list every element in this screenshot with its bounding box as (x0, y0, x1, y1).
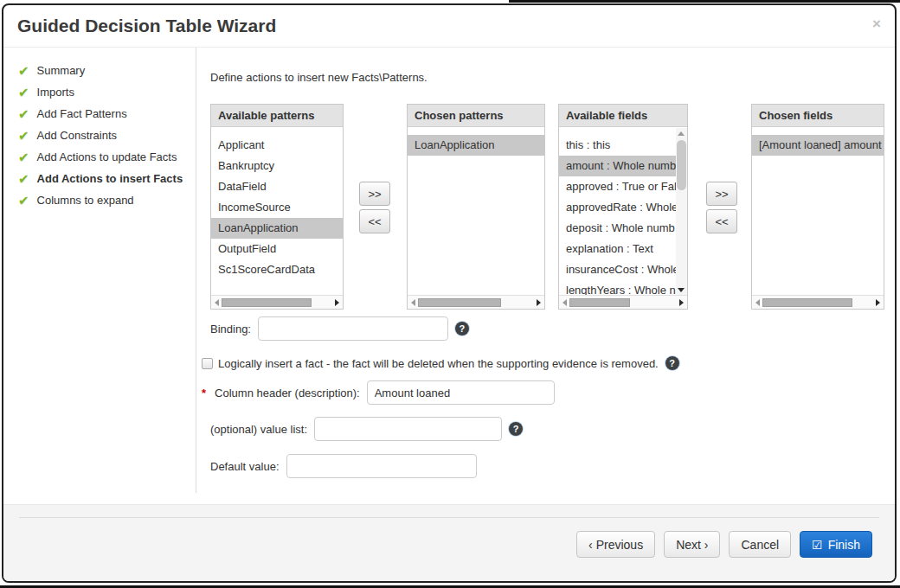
horizontal-scrollbar[interactable] (211, 295, 343, 309)
wizard-step[interactable]: ✔Add Fact Patterns (18, 103, 196, 125)
list-item[interactable]: [Amount loaned] amount (752, 135, 884, 156)
column-header-row: * Column header (description): (202, 380, 555, 405)
cancel-button[interactable]: Cancel (729, 531, 791, 558)
logical-insert-checkbox[interactable] (202, 358, 213, 369)
help-icon[interactable]: ? (455, 322, 469, 336)
available-fields-header: Available fields (559, 105, 687, 127)
remove-field-button[interactable]: << (706, 209, 737, 233)
scroll-right-icon[interactable] (537, 299, 541, 306)
check-icon: ✔ (18, 106, 29, 122)
help-icon[interactable]: ? (665, 356, 679, 370)
check-icon: ✔ (18, 150, 29, 165)
add-pattern-button[interactable]: >> (359, 182, 390, 206)
check-icon: ✔ (18, 171, 29, 187)
binding-input[interactable] (258, 316, 448, 341)
previous-button[interactable]: ‹ Previous (576, 531, 655, 558)
wizard-step-label: Add Constraints (37, 129, 118, 142)
available-fields-panel: Available fields this : thisamount : Who… (558, 104, 688, 310)
column-header-input[interactable] (367, 380, 555, 405)
wizard-step[interactable]: ✔Add Constraints (18, 125, 196, 146)
wizard-step-label: Add Fact Patterns (37, 107, 127, 120)
list-item[interactable]: amount : Whole numb (559, 156, 676, 176)
default-value-row: Default value: (210, 454, 477, 478)
wizard-step[interactable]: ✔Imports (18, 81, 196, 103)
wizard-step[interactable]: ✔Add Actions to insert Facts (18, 168, 196, 189)
check-icon: ✔ (18, 193, 29, 208)
vertical-scrollbar[interactable] (676, 128, 687, 295)
wizard-steps-sidebar: ✔Summary✔Imports✔Add Fact Patterns✔Add C… (3, 48, 196, 493)
list-item[interactable]: insuranceCost : Whole (559, 259, 676, 280)
list-item[interactable]: Bankruptcy (211, 156, 343, 176)
wizard-step-label: Add Actions to insert Facts (37, 172, 183, 185)
list-item[interactable]: this : this (559, 135, 676, 156)
list-item[interactable]: DataField (211, 176, 343, 197)
chosen-fields-panel: Chosen fields [Amount loaned] amount (751, 104, 884, 310)
instruction-text: Define actions to insert new Facts\Patte… (210, 71, 428, 84)
list-item[interactable]: IncomeSource (211, 197, 343, 218)
list-item[interactable]: Sc1ScoreCardData (211, 259, 343, 280)
logical-insert-row: Logically insert a fact - the fact will … (202, 356, 679, 370)
scroll-right-icon[interactable] (679, 299, 684, 306)
wizard-step-label: Add Actions to update Facts (37, 150, 177, 163)
scroll-left-icon[interactable] (215, 299, 219, 306)
wizard-dialog: Guided Decision Table Wizard × ✔Summary✔… (2, 3, 897, 583)
help-icon[interactable]: ? (509, 422, 523, 436)
scrollbar-thumb[interactable] (677, 140, 686, 190)
list-item[interactable]: OutputField (211, 239, 343, 259)
wizard-step[interactable]: ✔Add Actions to update Facts (18, 146, 196, 168)
check-icon: ✔ (18, 128, 29, 144)
binding-label: Binding: (210, 323, 251, 336)
wizard-step[interactable]: ✔Columns to expand (18, 189, 196, 211)
column-header-label: Column header (description): (215, 387, 360, 399)
scroll-left-icon[interactable] (411, 299, 415, 306)
horizontal-scrollbar[interactable] (559, 295, 687, 309)
scrollbar-thumb[interactable] (418, 298, 501, 307)
default-value-input[interactable] (286, 454, 477, 478)
finish-check-icon: ☑ (812, 539, 823, 551)
value-list-input[interactable] (314, 417, 502, 441)
value-list-row: (optional) value list: ? (210, 417, 523, 441)
dialog-title: Guided Decision Table Wizard (17, 16, 276, 36)
wizard-step-label: Imports (37, 86, 74, 99)
required-marker: * (202, 387, 206, 399)
horizontal-scrollbar[interactable] (408, 295, 544, 309)
scrollbar-thumb[interactable] (762, 298, 852, 307)
footer-divider (19, 517, 879, 518)
scroll-right-icon[interactable] (335, 299, 339, 306)
scroll-up-icon[interactable] (678, 131, 685, 136)
list-item[interactable]: approvedRate : Whole (559, 197, 676, 218)
next-button[interactable]: Next › (664, 531, 720, 558)
chosen-fields-header: Chosen fields (752, 105, 884, 127)
horizontal-scrollbar[interactable] (752, 295, 884, 309)
finish-button[interactable]: ☑ Finish (800, 531, 872, 558)
chosen-patterns-header: Chosen patterns (408, 105, 544, 127)
list-item[interactable]: LoanApplication (408, 135, 544, 156)
wizard-step-label: Summary (37, 64, 86, 77)
list-item[interactable]: approved : True or Fal (559, 176, 676, 197)
scrollbar-thumb[interactable] (222, 298, 312, 307)
field-move-buttons: >> << (706, 182, 737, 233)
finish-button-label: Finish (828, 538, 860, 552)
binding-row: Binding: ? (210, 316, 469, 341)
list-item[interactable]: deposit : Whole numb (559, 218, 676, 239)
scrollbar-thumb[interactable] (569, 298, 630, 307)
logical-insert-label: Logically insert a fact - the fact will … (218, 357, 659, 370)
list-item[interactable]: explanation : Text (559, 239, 676, 259)
available-patterns-header: Available patterns (211, 105, 343, 127)
list-item[interactable]: Applicant (211, 135, 343, 156)
scroll-right-icon[interactable] (876, 299, 880, 306)
wizard-step[interactable]: ✔Summary (18, 60, 196, 81)
list-item[interactable]: lengthYears : Whole n (559, 280, 676, 295)
close-icon[interactable]: × (872, 16, 881, 31)
default-value-label: Default value: (210, 460, 280, 473)
dialog-header: Guided Decision Table Wizard × (3, 5, 895, 48)
chosen-patterns-list: LoanApplication (408, 128, 544, 295)
scroll-left-icon[interactable] (755, 299, 760, 306)
available-fields-list: this : thisamount : Whole numbapproved :… (559, 128, 687, 295)
scroll-down-icon[interactable] (678, 288, 685, 292)
add-field-button[interactable]: >> (706, 182, 737, 206)
remove-pattern-button[interactable]: << (359, 209, 390, 233)
scroll-left-icon[interactable] (562, 299, 567, 306)
list-item[interactable]: LoanApplication (211, 218, 343, 239)
background-edge-top (509, 0, 900, 3)
